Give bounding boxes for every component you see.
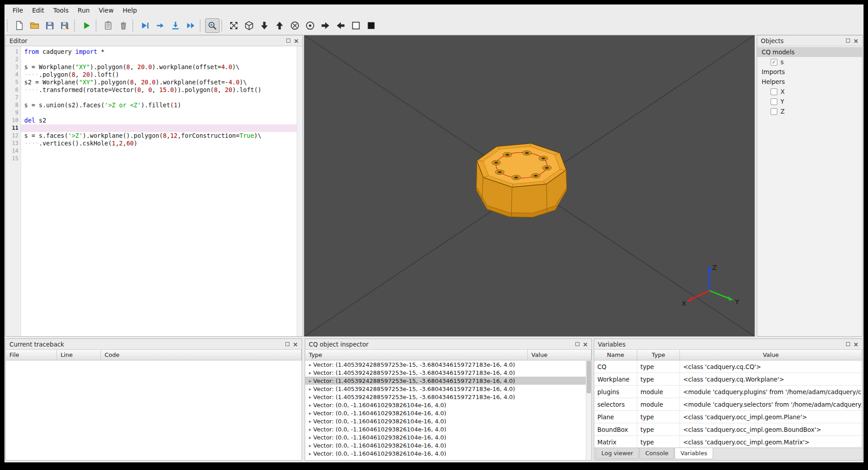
objects-close-button[interactable]: × [852,37,860,45]
expand-arrow-icon[interactable]: ▸ [307,378,313,383]
tree-item-imports[interactable]: Imports [757,67,862,77]
editor-scrollbar[interactable] [297,46,302,336]
variable-row[interactable]: pluginsmodule<module 'cadquery.plugins' … [594,386,862,398]
tab-variables[interactable]: Variables [675,448,713,459]
inspector-row[interactable]: ▸Vector: (0.0, -1.1604610293826104e-16, … [305,433,592,441]
tree-item-helpers[interactable]: Helpers [757,77,862,87]
expand-arrow-icon[interactable]: ▸ [307,387,313,391]
objects-float-button[interactable] [844,37,852,45]
inspector-row[interactable]: ▸Vector: (1.4053924288597253e-15, -3.680… [305,393,592,401]
inspector-row[interactable]: ▸Vector: (0.0, -1.1604610293826104e-16, … [305,441,592,449]
inspector-row[interactable]: ▸Vector: (0.0, -1.1604610293826104e-16, … [305,417,592,425]
tab-log-viewer[interactable]: Log viewer [596,448,639,459]
checkbox-s[interactable]: ✓ [771,59,777,66]
continue-button[interactable] [184,18,198,33]
inspector-row[interactable]: ▸Vector: (0.0, -1.1604610293826104e-16, … [305,401,592,409]
wireframe-button[interactable] [349,18,363,33]
inspector-row[interactable]: ▸Vector: (0.0, -1.1604610293826104e-16, … [305,449,592,457]
checkbox-x[interactable] [771,88,777,95]
vector-text: Vector: (0.0, -1.1604610293826104e-16, 4… [313,410,446,417]
traceback-float-button[interactable] [283,340,291,348]
inspector-row[interactable]: ▸Vector: (1.4053924288597253e-15, -3.680… [305,385,592,393]
save-button[interactable] [43,18,57,33]
front-view-button[interactable] [288,18,302,33]
checkbox-z[interactable] [771,108,777,115]
expand-arrow-icon[interactable]: ▸ [307,435,313,440]
step-button[interactable] [153,18,167,33]
column-header-type[interactable]: Type [637,350,680,360]
column-header-file[interactable]: File [6,350,57,360]
tree-item-z[interactable]: Z [757,106,862,116]
expand-arrow-icon[interactable]: ▸ [307,443,313,448]
shaded-button[interactable] [364,18,378,33]
inspector-row[interactable]: ▸Vector: (1.4053924288597253e-15, -3.680… [305,369,592,377]
fit-all-button[interactable] [227,18,241,33]
debug-button[interactable] [101,18,115,33]
variables-float-button[interactable] [844,340,852,348]
cad-model[interactable] [476,143,566,217]
menu-file[interactable]: File [8,5,27,15]
menu-view[interactable]: View [94,5,118,15]
column-header-value[interactable]: Value [680,350,862,360]
tab-console[interactable]: Console [640,448,675,459]
expand-arrow-icon[interactable]: ▸ [307,403,313,408]
menu-help[interactable]: Help [118,5,141,15]
new-script-button[interactable] [12,18,26,33]
variable-row[interactable]: Workplanetype<class 'cadquery.cq.Workpla… [594,373,862,386]
expand-arrow-icon[interactable]: ▸ [307,395,313,400]
inspector-float-button[interactable] [573,340,581,348]
variable-row[interactable]: Matrixtype<class 'cadquery.occ_impl.geom… [594,436,862,448]
fit-view-button[interactable] [205,18,219,33]
expand-arrow-icon[interactable]: ▸ [307,411,313,416]
expand-arrow-icon[interactable]: ▸ [307,427,313,432]
variable-row[interactable]: CQtype<class 'cadquery.cq.CQ'> [594,360,862,373]
inspector-close-button[interactable]: × [581,340,589,348]
column-header-code[interactable]: Code [101,350,302,360]
delete-button[interactable] [116,18,131,33]
variable-row[interactable]: BoundBoxtype<class 'cadquery.occ_impl.ge… [594,423,862,436]
tree-item-x[interactable]: X [757,87,862,97]
scrollbar-thumb[interactable] [587,361,591,393]
editor-float-button[interactable] [284,37,292,45]
inspector-row[interactable]: ▸Vector: (0.0, -1.1604610293826104e-16, … [305,409,592,417]
left-view-button[interactable] [318,18,333,33]
save-as-button[interactable] [58,18,72,33]
column-header-name[interactable]: Name [594,350,637,360]
render-button[interactable] [79,18,94,33]
menu-tools[interactable]: Tools [49,5,74,15]
inspector-row[interactable]: ▸Vector: (0.0, -1.1604610293826104e-16, … [305,425,592,433]
tree-item-cq-models[interactable]: CQ models [757,47,862,57]
tree-item-s[interactable]: ✓s [757,57,862,67]
inspector-scrollbar[interactable] [586,360,592,460]
open-script-button[interactable] [27,18,42,33]
expand-arrow-icon[interactable]: ▸ [307,451,313,456]
traceback-close-button[interactable]: × [291,340,299,348]
editor-code-area[interactable]: from cadquery import *s = Workplane("XY"… [21,46,302,336]
iso-view-button[interactable] [242,18,256,33]
icon-clipboard [103,20,114,31]
column-header-value[interactable]: Value [528,350,592,360]
menu-run[interactable]: Run [73,5,94,15]
tree-item-y[interactable]: Y [757,97,862,106]
debug-run-button[interactable] [138,18,152,33]
checkbox-y[interactable] [771,98,777,105]
variables-close-button[interactable]: × [852,340,860,348]
variable-row[interactable]: selectorsmodule<module 'cadquery.selecto… [594,398,862,411]
bottom-view-button[interactable] [272,18,287,33]
inspector-row[interactable]: ▸Vector: (1.4053924288597253e-15, -3.680… [305,360,592,369]
editor-close-button[interactable]: × [292,37,300,45]
variable-row[interactable]: Planetype<class 'cadquery.occ_impl.geom.… [594,411,862,423]
right-view-button[interactable] [333,18,348,33]
expand-arrow-icon[interactable]: ▸ [307,419,313,424]
expand-arrow-icon[interactable]: ▸ [307,362,313,367]
column-header-type[interactable]: Type [305,350,528,360]
step-in-button[interactable] [168,18,183,33]
column-header-line[interactable]: Line [57,350,101,360]
back-view-button[interactable] [303,18,317,33]
3d-viewport[interactable]: Z X Y [304,35,755,337]
variable-type: type [637,423,680,435]
menu-edit[interactable]: Edit [27,5,48,15]
expand-arrow-icon[interactable]: ▸ [307,370,313,375]
top-view-button[interactable] [257,18,272,33]
inspector-row[interactable]: ▸Vector: (1.4053924288597253e-15, -3.680… [305,377,592,385]
